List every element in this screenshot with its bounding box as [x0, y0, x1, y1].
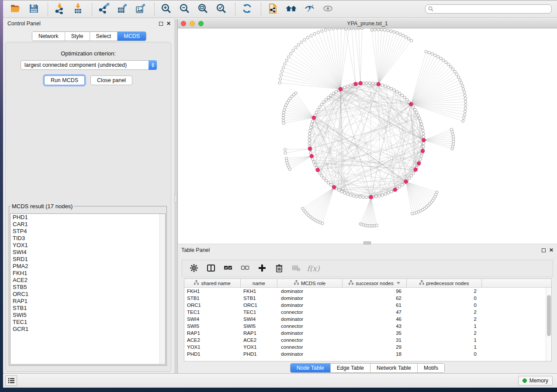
- ring-node[interactable]: [396, 90, 398, 93]
- ring-node[interactable]: [375, 195, 377, 198]
- select-all-button[interactable]: [222, 263, 234, 274]
- table-row[interactable]: FKH1FKH1dominator962: [184, 288, 551, 295]
- leaf-node[interactable]: [383, 29, 386, 31]
- leaf-node[interactable]: [345, 28, 347, 30]
- ring-node[interactable]: [422, 129, 424, 132]
- show-all-button[interactable]: [320, 2, 336, 16]
- list-item[interactable]: ACE2: [10, 277, 165, 284]
- run-mcds-button[interactable]: Run MCDS: [44, 76, 85, 85]
- leaf-node[interactable]: [434, 54, 436, 56]
- column-header-successor-nodes[interactable]: successor nodes: [343, 279, 407, 287]
- leaf-node[interactable]: [282, 111, 285, 114]
- leaf-node[interactable]: [463, 91, 466, 93]
- leaf-node[interactable]: [462, 120, 464, 122]
- leaf-node[interactable]: [462, 88, 465, 90]
- leaf-node[interactable]: [437, 55, 439, 58]
- leaf-node[interactable]: [282, 122, 285, 124]
- leaf-node[interactable]: [284, 151, 287, 154]
- network-canvas[interactable]: [178, 28, 557, 244]
- ring-node[interactable]: [372, 82, 374, 85]
- vertical-splitter[interactable]: [174, 19, 177, 373]
- leaf-node[interactable]: [377, 28, 380, 31]
- list-item[interactable]: PMA2: [10, 263, 165, 270]
- export-image-button[interactable]: [132, 2, 148, 16]
- ring-node[interactable]: [315, 111, 318, 114]
- ring-node[interactable]: [417, 114, 419, 117]
- ring-node[interactable]: [421, 126, 424, 129]
- ring-node[interactable]: [412, 172, 415, 175]
- list-item[interactable]: GCR1: [10, 326, 165, 333]
- ring-node[interactable]: [410, 175, 412, 177]
- ring-node[interactable]: [422, 145, 425, 148]
- leaf-node[interactable]: [292, 49, 294, 52]
- ring-node[interactable]: [317, 108, 319, 111]
- ring-node[interactable]: [312, 161, 315, 163]
- export-table-button[interactable]: [114, 2, 130, 16]
- ring-node[interactable]: [390, 190, 393, 193]
- table-row[interactable]: YOX1YOX1connector291: [184, 344, 551, 351]
- leaf-node[interactable]: [317, 31, 319, 34]
- hub-node[interactable]: [332, 186, 336, 189]
- ring-node[interactable]: [332, 92, 335, 95]
- column-browser-button[interactable]: [205, 263, 217, 274]
- float-window-icon[interactable]: [542, 248, 546, 252]
- ring-node[interactable]: [329, 183, 332, 186]
- hub-node[interactable]: [421, 149, 424, 153]
- table-row[interactable]: STB1STB1dominator620: [184, 295, 551, 302]
- list-item[interactable]: FKH1: [10, 270, 165, 277]
- list-item[interactable]: SRD1: [10, 256, 165, 263]
- leaf-node[interactable]: [464, 100, 467, 103]
- tab-style[interactable]: Style: [65, 32, 90, 41]
- close-panel-icon[interactable]: ✕: [166, 21, 171, 26]
- ring-node[interactable]: [418, 117, 421, 120]
- leaf-node[interactable]: [450, 128, 453, 131]
- ring-node[interactable]: [327, 96, 330, 99]
- leaf-node[interactable]: [464, 104, 467, 107]
- tab-edge-table[interactable]: Edge Table: [331, 364, 370, 372]
- leaf-node[interactable]: [453, 70, 456, 73]
- ring-node[interactable]: [362, 196, 365, 199]
- ring-node[interactable]: [387, 192, 390, 194]
- delete-column-button[interactable]: [273, 263, 285, 274]
- leaf-node[interactable]: [348, 28, 350, 30]
- table-scrollbar-thumb[interactable]: [547, 295, 551, 336]
- ring-node[interactable]: [398, 92, 401, 95]
- ring-node[interactable]: [346, 193, 349, 196]
- ring-node[interactable]: [412, 106, 415, 108]
- close-panel-icon[interactable]: ✕: [549, 248, 554, 253]
- ring-node[interactable]: [387, 86, 390, 89]
- leaf-node[interactable]: [445, 61, 447, 63]
- table-row[interactable]: RAP1RAP1dominator352: [184, 330, 551, 337]
- leaf-node[interactable]: [340, 28, 343, 29]
- ring-node[interactable]: [365, 196, 368, 199]
- leaf-node[interactable]: [452, 68, 454, 70]
- import-table-button[interactable]: [70, 2, 86, 16]
- leaf-node[interactable]: [282, 114, 285, 117]
- ring-node[interactable]: [318, 106, 321, 108]
- optimization-criterion-select[interactable]: largest connected component (undirected): [21, 60, 157, 70]
- ring-node[interactable]: [310, 123, 313, 126]
- leaf-node[interactable]: [321, 222, 324, 225]
- search-input[interactable]: [425, 4, 552, 14]
- list-item[interactable]: ORC1: [10, 291, 165, 298]
- ring-node[interactable]: [420, 123, 423, 126]
- leaf-node[interactable]: [455, 73, 458, 76]
- leaf-node[interactable]: [374, 28, 376, 31]
- leaf-node[interactable]: [350, 28, 353, 30]
- leaf-node[interactable]: [354, 28, 356, 30]
- horizontal-splitter-handle[interactable]: [363, 241, 371, 244]
- leaf-node[interactable]: [357, 28, 360, 30]
- ring-node[interactable]: [419, 120, 422, 123]
- hub-node[interactable]: [312, 116, 315, 120]
- ring-node[interactable]: [340, 190, 343, 193]
- ring-node[interactable]: [378, 195, 381, 197]
- ring-node[interactable]: [422, 142, 425, 144]
- hub-node[interactable]: [414, 168, 417, 171]
- leaf-node[interactable]: [310, 34, 312, 37]
- leaf-node[interactable]: [464, 94, 466, 96]
- leaf-node[interactable]: [284, 62, 286, 65]
- ring-node[interactable]: [308, 136, 311, 138]
- export-network-button[interactable]: [96, 2, 111, 16]
- ring-node[interactable]: [359, 196, 361, 198]
- leaf-node[interactable]: [279, 78, 281, 80]
